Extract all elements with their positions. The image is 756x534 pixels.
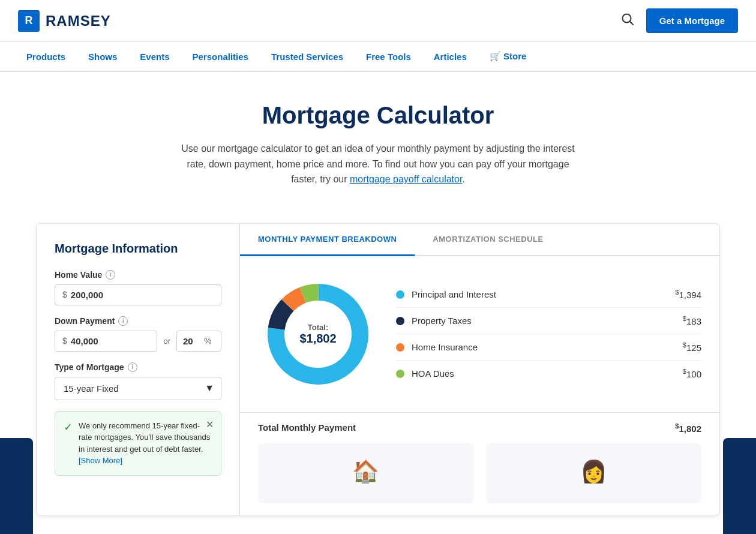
chart-legend: Principal and Interest $1,394 Property T… (396, 281, 701, 386)
donut-total-amount: $1,802 (299, 332, 336, 346)
nav-item-trusted-services[interactable]: Trusted Services (263, 42, 352, 71)
donut-chart: Total: $1,802 (258, 274, 378, 394)
legend-amount-principal: $1,394 (675, 289, 701, 300)
main-content: Mortgage Information Home Value i $ Down… (0, 205, 756, 534)
recommendation-text: We only recommend 15-year fixed-rate mor… (79, 420, 212, 467)
results-panel: MONTHLY PAYMENT BREAKDOWN AMORTIZATION S… (240, 223, 720, 516)
home-card-icon: 🏠 (352, 459, 379, 484)
legend-dot-principal (396, 290, 404, 299)
donut-total-label: Total: (299, 323, 336, 332)
right-accent (723, 438, 756, 534)
down-payment-label: Down Payment i (55, 316, 221, 326)
down-payment-percent-input[interactable] (183, 336, 204, 346)
hero-section: Mortgage Calculator Use our mortgage cal… (0, 72, 756, 205)
total-monthly-label: Total Monthly Payment (258, 422, 356, 434)
nav-item-articles[interactable]: Articles (425, 42, 475, 71)
home-value-info-icon[interactable]: i (106, 270, 115, 280)
total-monthly-row: Total Monthly Payment $1,802 (240, 412, 719, 443)
mortgage-type-info-icon[interactable]: i (128, 362, 137, 372)
mortgage-type-select[interactable]: 15-year Fixed 30-year Fixed 10-year Fixe… (55, 377, 221, 400)
recommendation-box: ✓ We only recommend 15-year fixed-rate m… (55, 411, 221, 476)
legend-dot-taxes (396, 317, 404, 325)
panel-title: Mortgage Information (55, 242, 221, 256)
mortgage-type-select-wrap: 15-year Fixed 30-year Fixed 10-year Fixe… (55, 377, 221, 400)
close-recommendation-button[interactable]: ✕ (206, 419, 214, 430)
nav-item-shows[interactable]: Shows (80, 42, 125, 71)
logo-icon: R (18, 10, 40, 32)
search-button[interactable] (621, 13, 634, 29)
home-value-input[interactable] (71, 290, 214, 300)
agent-card-icon: 👩 (580, 459, 607, 484)
nav-item-events[interactable]: Events (131, 42, 178, 71)
payoff-calculator-link[interactable]: mortgage payoff calculator (350, 174, 462, 184)
left-accent (0, 438, 33, 534)
legend-dot-hoa (396, 370, 404, 378)
logo: R RAMSEY (18, 10, 111, 32)
legend-name-taxes: Property Taxes (412, 316, 683, 326)
donut-center: Total: $1,802 (299, 323, 336, 346)
legend-item-insurance: Home Insurance $125 (396, 334, 701, 361)
down-payment-input[interactable] (71, 336, 150, 346)
tabs: MONTHLY PAYMENT BREAKDOWN AMORTIZATION S… (240, 224, 719, 256)
legend-amount-hoa: $100 (683, 368, 701, 379)
legend-name-hoa: HOA Dues (412, 368, 683, 379)
search-icon (621, 13, 634, 26)
nav-item-🛒-store[interactable]: 🛒 Store (481, 42, 535, 71)
nav-item-personalities[interactable]: Personalities (184, 42, 257, 71)
header-right: Get a Mortgage (621, 8, 738, 33)
logo-text: RAMSEY (46, 13, 111, 29)
legend-amount-insurance: $125 (683, 341, 701, 353)
tab-amortization[interactable]: AMORTIZATION SCHEDULE (415, 224, 561, 256)
hero-description: Use our mortgage calculator to get an id… (174, 141, 582, 187)
bottom-cards: 🏠 👩 (240, 443, 719, 515)
legend-dot-insurance (396, 343, 404, 352)
home-value-prefix: $ (62, 290, 67, 299)
percent-suffix: % (204, 336, 211, 346)
legend-item-taxes: Property Taxes $183 (396, 308, 701, 334)
bottom-card-home: 🏠 (258, 443, 474, 503)
down-payment-row: $ or % (55, 331, 221, 352)
legend-amount-taxes: $183 (683, 315, 701, 326)
home-value-label: Home Value i (55, 270, 221, 280)
svg-line-1 (629, 22, 633, 25)
tab-monthly-payment[interactable]: MONTHLY PAYMENT BREAKDOWN (240, 224, 415, 256)
or-text: or (163, 337, 170, 346)
site-header: R RAMSEY Get a Mortgage (0, 0, 756, 42)
main-nav: ProductsShowsEventsPersonalitiesTrusted … (0, 42, 756, 72)
legend-item-hoa: HOA Dues $100 (396, 361, 701, 386)
chart-area: Total: $1,802 Principal and Interest $1,… (240, 256, 719, 412)
nav-item-free-tools[interactable]: Free Tools (358, 42, 419, 71)
mortgage-info-panel: Mortgage Information Home Value i $ Down… (36, 223, 240, 516)
down-payment-prefix: $ (62, 336, 67, 346)
down-payment-percent-wrap: % (176, 331, 221, 352)
mortgage-type-label: Type of Mortgage i (55, 362, 221, 372)
down-payment-info-icon[interactable]: i (118, 316, 128, 326)
get-mortgage-button[interactable]: Get a Mortgage (646, 8, 738, 33)
nav-item-products[interactable]: Products (18, 42, 74, 71)
home-value-input-wrap: $ (55, 284, 221, 305)
total-monthly-amount: $1,802 (675, 422, 701, 434)
legend-name-insurance: Home Insurance (412, 342, 683, 352)
bottom-card-agent: 👩 (486, 443, 702, 503)
show-more-link[interactable]: [Show More] (79, 456, 122, 465)
legend-item-principal: Principal and Interest $1,394 (396, 281, 701, 308)
down-payment-input-wrap: $ (55, 331, 157, 352)
page-title: Mortgage Calculator (18, 102, 738, 129)
legend-name-principal: Principal and Interest (412, 289, 675, 299)
check-icon: ✓ (64, 421, 73, 467)
